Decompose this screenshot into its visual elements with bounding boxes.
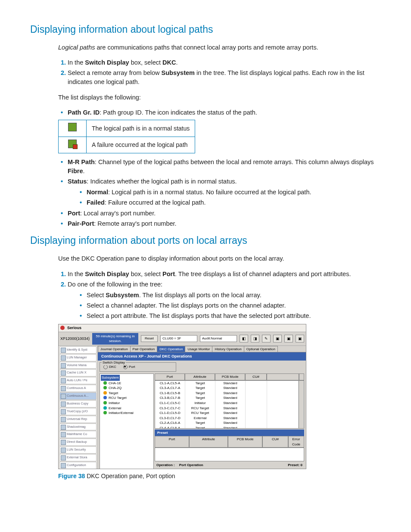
toolbar-icon[interactable]: ✎ [262,335,271,342]
table-row: The logical path is in a normal status [59,120,195,137]
figure-screenshot: Serious XP12000(10034) 59 minute(s) rema… [58,324,306,469]
sidebar-item[interactable]: Business Copy [59,400,97,408]
option-subsystem: Select Subsystem. The list displays all … [87,291,381,300]
table-row[interactable]: CL3-B,CL7-BTargetStandard [155,395,304,401]
tab[interactable]: Usage Monitor [185,346,212,352]
left-nav: Identify & SystLUN ManagerVolume ManaCac… [59,346,98,469]
table-row[interactable]: CL3-D,CL7-DExternalStandard [155,416,304,421]
preset-grid-body [155,448,304,461]
option-channel-adapter: Select a channel adapter. The list displ… [87,301,381,310]
toolbar-icon[interactable]: ▣ [284,335,293,342]
tab-bar: Journal OperationPair OperationDKC Opera… [98,346,306,353]
reset-button[interactable]: Reset [141,335,158,342]
status-failed: Failed: Failure occurred at the logical … [87,198,381,207]
session-remaining: 59 minute(s) remaining in session. [92,333,138,345]
toolbar-icon[interactable]: ▣ [296,335,304,342]
panel-subtitle: Continuous Access XP - Journal DKC Opera… [98,352,306,361]
field-mrpath: M-R Path: Channel type of the logical pa… [68,158,381,176]
table-row: A failure occurred at the logical path [59,137,195,153]
sidebar-item[interactable]: Auto LUN / Pe [59,377,97,384]
grid-header: PortAttributePCB ModeCU# [155,373,304,380]
heading-ports-local: Displaying information about ports on lo… [30,233,381,248]
tab[interactable]: Optional Operation [244,346,278,352]
intro2-paragraph: Use the DKC Operation pane to display in… [58,254,381,263]
option-port-attribute: Select a port attribute. The list displa… [87,311,381,320]
table-row[interactable]: CL4-A,CL8-ATargetStandard [155,426,304,429]
status-normal: Normal: Logical path is in a normal stat… [87,188,381,197]
field-list-cont: M-R Path: Channel type of the logical pa… [58,158,381,228]
tree-item[interactable]: External [101,406,153,411]
preset-grid-header: PortAttributePCB ModeCU#Error Code [155,436,304,448]
operation-label: Operation : [156,463,175,468]
field-pathgr: Path Gr. ID: Path group ID. The icon ind… [68,108,381,117]
table-row[interactable]: CL1-B,CL5-BTargetStandard [155,391,304,396]
toolbar-icon[interactable]: ▣ [273,335,282,342]
tree-root[interactable]: Subsystem [101,375,120,381]
table-row[interactable]: CL1-C,CL5-CInitiatorStandard [155,401,304,406]
status-desc: A failure occurred at the logical path [87,137,195,153]
field-pairport: Pair-Port: Remote array's port number. [68,219,381,228]
tab[interactable]: Pair Operation [130,346,158,352]
failure-status-icon [68,140,77,148]
operation-value: Port Operation [179,463,203,468]
audit-box: Audit:Normal [200,335,237,342]
radio-dkc[interactable]: DKC [103,364,116,370]
sidebar-item[interactable]: Continuous A... [59,392,97,400]
tree-item[interactable]: Initiator [101,401,153,406]
table-row[interactable]: CL2-A,CL6-ATargetStandard [155,420,304,426]
figure-caption: Figure 38 DKC Operation pane, Port optio… [58,472,381,480]
tree-view[interactable]: Subsystem CHA-1ECHA-2QTargetRCU TargetIn… [100,373,154,469]
grid-body[interactable]: CL1-A,CL5-ATargetStandardCL3-A,CL7-ATarg… [155,380,304,429]
normal-status-icon [68,123,77,131]
preset-bar: Preset [155,429,304,436]
sidebar-item[interactable]: Direct Backup [59,439,97,446]
heading-logical-paths: Displaying information about logical pat… [30,22,381,37]
tab[interactable]: History Operation [212,346,244,352]
sidebar-item[interactable]: LUN Security [59,446,97,454]
field-list: Path Gr. ID: Path group ID. The icon ind… [58,108,381,117]
toolbar-icon[interactable]: ◧ [240,335,248,342]
tree-item[interactable]: CHA-2Q [101,386,153,391]
sidebar-item[interactable]: Cache LUN X [59,369,97,376]
toolbar-icon[interactable]: ◨ [251,335,259,342]
tab[interactable]: Journal Operation [98,346,131,352]
sidebar-item[interactable]: Volume Mana [59,362,97,369]
sidebar-item[interactable]: Continuous A [59,385,97,392]
cluid-box: CLU00 = 3F [160,335,197,342]
table-row[interactable]: CL1-A,CL5-ATargetStandard [155,381,304,386]
sidebar-item[interactable]: External Stora [59,454,97,461]
alert-label: Serious [67,325,81,331]
intro-paragraph: Logical paths are communications paths t… [58,43,381,52]
status-desc: The logical path is in a normal status [87,120,195,137]
sidebar-item[interactable]: ShadowImag [59,423,97,431]
step-1: In the Switch Display box, select Port. … [68,270,381,279]
tab[interactable]: DKC Operation [157,346,185,352]
switch-display-group: DKC Port [100,362,176,372]
sidebar-item[interactable]: Configuration [59,462,97,469]
step-1: In the Switch Display box, select DKC. [68,58,381,67]
tree-item[interactable]: RCU Target [101,395,153,401]
table-row[interactable]: CL3-A,CL7-ATargetStandard [155,386,304,391]
tree-item[interactable]: CHA-1E [101,381,153,386]
model-label: XP12000(10034) [60,336,90,342]
preset-count: Preset: 0 [288,463,302,468]
table-row[interactable]: CL3-C,CL7-CRCU TargetStandard [155,406,304,411]
steps-logical-paths: In the Switch Display box, select DKC. S… [58,58,381,87]
tree-item[interactable]: Target [101,391,153,396]
step-2: Select a remote array from below Subsyst… [68,68,381,87]
tree-item[interactable]: Initiator/External [101,411,153,416]
field-port: Port: Local array's port number. [68,209,381,218]
sidebar-item[interactable]: TrueCopy (z/O [59,408,97,415]
list-intro: The list displays the following: [58,93,381,102]
field-status: Status: Indicates whether the logical pa… [68,177,381,207]
sidebar-item[interactable]: LUN Manager [59,354,97,361]
table-row[interactable]: CL1-D,CL5-DRCU TargetStandard [155,411,304,416]
radio-port[interactable]: Port [123,364,135,370]
sidebar-item[interactable]: Mainframe Co [59,431,97,438]
sidebar-item[interactable]: Universal Rep [59,416,97,423]
step-2: Do one of the following in the tree: Sel… [68,280,381,320]
sidebar-item[interactable]: Identify & Syst [59,346,97,354]
status-icon-table: The logical path is in a normal status A… [58,120,195,153]
alert-icon [60,326,65,330]
steps-ports: In the Switch Display box, select Port. … [58,270,381,320]
